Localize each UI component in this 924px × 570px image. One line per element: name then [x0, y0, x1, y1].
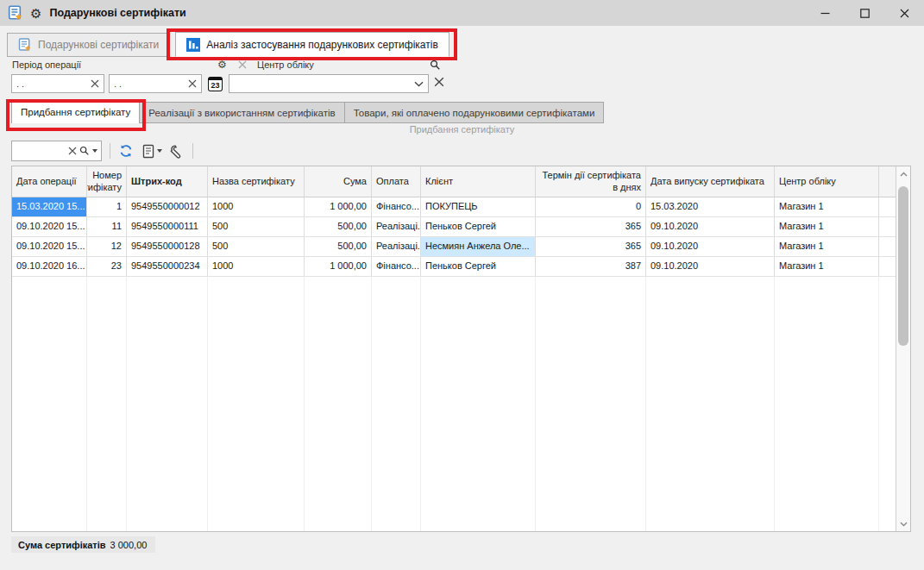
table-cell[interactable]: 365: [536, 237, 646, 256]
column-header[interactable]: Дата випуску сертифіката: [646, 166, 775, 197]
tab-label: Аналіз застосування подарункових сертифі…: [206, 39, 438, 51]
table-cell[interactable]: Фінансо...: [372, 257, 421, 276]
refresh-button[interactable]: [118, 143, 134, 159]
date-to-input[interactable]: [114, 78, 188, 89]
center-select[interactable]: [229, 74, 429, 93]
table-cell[interactable]: 500: [208, 237, 305, 256]
table-cell[interactable]: 9549550000111: [127, 217, 208, 236]
table-toolbar: [0, 137, 924, 165]
table-cell[interactable]: Реалізаці...: [372, 217, 421, 236]
table-cell[interactable]: Фінансо...: [372, 197, 421, 216]
document-star-icon: [8, 5, 23, 21]
table-search-field[interactable]: [11, 141, 102, 161]
table-cell[interactable]: Реалізаці...: [372, 237, 421, 256]
table-cell[interactable]: Несмиян Анжела Оле...: [421, 237, 536, 256]
report-settings-button[interactable]: [141, 144, 162, 159]
empty-column: [775, 277, 879, 531]
document-star-icon: [18, 38, 32, 52]
column-header[interactable]: Термін дії сертифіката в днях: [536, 166, 646, 197]
empty-column: [127, 277, 208, 531]
scroll-down-icon[interactable]: [896, 517, 910, 531]
table-cell[interactable]: 09.10.2020 16...: [12, 257, 87, 276]
table-cell[interactable]: Пеньков Сергей: [421, 257, 536, 276]
table-cell[interactable]: 9549550000012: [127, 197, 208, 216]
empty-column: [305, 277, 372, 531]
tab-gift-certificates[interactable]: Подарункові сертифікати: [7, 33, 170, 57]
scrollbar-thumb[interactable]: [898, 186, 908, 346]
table-cell[interactable]: 1000: [208, 257, 305, 276]
table-cell[interactable]: 09.10.2020: [646, 237, 775, 256]
table-cell[interactable]: 09.10.2020: [646, 217, 775, 236]
clear-center-icon[interactable]: [434, 77, 444, 87]
tab-certificate-analysis[interactable]: Аналіз застосування подарункових сертифі…: [175, 32, 449, 57]
table-cell[interactable]: Магазин 1: [775, 237, 879, 256]
column-header[interactable]: Штрих-код: [127, 166, 208, 197]
column-header[interactable]: Сума: [305, 166, 372, 197]
clear-date-from-icon[interactable]: [91, 79, 99, 88]
period-clear-icon[interactable]: [238, 60, 247, 69]
period-label: Період операції: [12, 60, 81, 70]
calendar-button[interactable]: 23: [206, 74, 224, 93]
table-cell[interactable]: 500,00: [305, 217, 372, 236]
table-cell[interactable]: 15.03.2020: [646, 197, 775, 216]
search-magnifier-icon[interactable]: [430, 60, 441, 71]
table-cell[interactable]: 500: [208, 217, 305, 236]
maximize-button[interactable]: [845, 0, 884, 26]
column-header[interactable]: Клієнт: [421, 166, 536, 197]
table-cell[interactable]: 11: [87, 217, 127, 236]
subtab-certificate-purchase[interactable]: Придбання сертифікату: [11, 100, 140, 123]
table-cell[interactable]: 1000: [208, 197, 305, 216]
minimize-button[interactable]: [805, 0, 845, 26]
vertical-scrollbar[interactable]: [896, 166, 910, 531]
period-settings-gear-icon[interactable]: ⚙: [217, 59, 227, 71]
scroll-up-icon[interactable]: [896, 166, 910, 181]
date-to-field[interactable]: [109, 74, 202, 93]
subtab-sales-with-certificates[interactable]: Реалізації з використанням сертифікатів: [139, 102, 344, 123]
table-cell[interactable]: 12: [87, 237, 127, 256]
table-cell[interactable]: 387: [536, 257, 646, 276]
table-header-row: Дата операціїНомер ртифікатуШтрих-кодНаз…: [12, 166, 896, 197]
column-header[interactable]: Назва сертифікату: [208, 166, 305, 197]
center-select-input[interactable]: [234, 78, 414, 89]
clear-search-icon[interactable]: [68, 147, 77, 155]
clear-date-to-icon[interactable]: [188, 79, 197, 88]
table-cell[interactable]: 0: [536, 197, 646, 216]
close-button[interactable]: [884, 0, 924, 26]
table-cell[interactable]: Магазин 1: [775, 257, 879, 276]
table-cell[interactable]: 23: [87, 257, 127, 276]
gear-icon[interactable]: ⚙: [30, 7, 41, 20]
table-cell[interactable]: 1 000,00: [305, 257, 372, 276]
date-from-input[interactable]: [16, 78, 91, 89]
table-cell[interactable]: Магазин 1: [775, 217, 879, 236]
search-options-arrow-icon[interactable]: [92, 149, 97, 153]
main-tab-strip: Подарункові сертифікати Аналіз застосува…: [0, 26, 924, 57]
table-cell[interactable]: 09.10.2020 15...: [12, 217, 87, 236]
column-header[interactable]: Номер ртифікату: [87, 166, 127, 197]
search-icon[interactable]: [79, 146, 90, 156]
table-cell[interactable]: 09.10.2020 15...: [12, 237, 87, 256]
column-header[interactable]: Дата операції: [12, 166, 87, 197]
date-from-field[interactable]: [11, 74, 104, 93]
table-cell[interactable]: ПОКУПЕЦЬ: [421, 197, 536, 216]
subtab-goods-paid-with-certificates[interactable]: Товари, які оплачено подарунковими серти…: [344, 102, 605, 123]
column-header[interactable]: Оплата: [372, 166, 421, 197]
column-header[interactable]: Центр обліку: [775, 166, 879, 197]
table-search-input[interactable]: [16, 146, 66, 156]
empty-column: [12, 277, 87, 531]
table-cell[interactable]: 365: [536, 217, 646, 236]
table-cell[interactable]: 500,00: [305, 237, 372, 256]
empty-column: [87, 277, 127, 531]
table-cell[interactable]: 9549550000234: [127, 257, 208, 276]
chevron-down-icon[interactable]: [414, 81, 424, 87]
row-filler: [879, 257, 896, 276]
filter-panel: Період операції ⚙ Центр обліку 23: [0, 57, 924, 97]
table-cell[interactable]: 09.10.2020: [646, 257, 775, 276]
configure-wrench-button[interactable]: [170, 144, 185, 159]
table-cell[interactable]: 15.03.2020 15...: [12, 197, 87, 216]
table-cell[interactable]: 1 000,00: [305, 197, 372, 216]
table-cell[interactable]: Пеньков Сергей: [421, 217, 536, 236]
table-cell[interactable]: 1: [87, 197, 127, 216]
table-cell[interactable]: Магазин 1: [775, 197, 879, 216]
scrollbar-track[interactable]: [896, 181, 910, 517]
table-cell[interactable]: 9549550000128: [127, 237, 208, 256]
